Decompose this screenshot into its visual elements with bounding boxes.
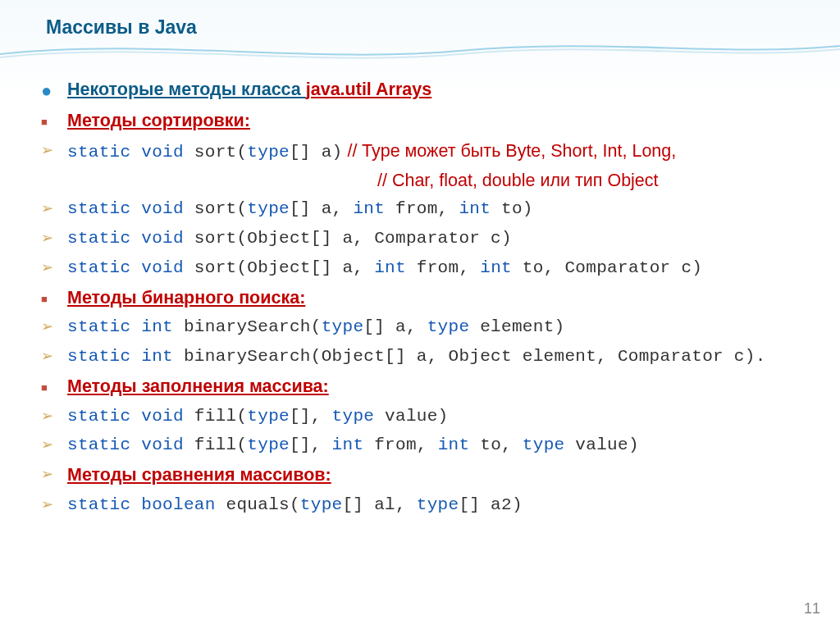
heading-prefix: Некоторые методы класса <box>67 80 306 99</box>
bullet-arrow-icon: ➢ <box>41 434 67 455</box>
page-number: 11 <box>804 600 820 618</box>
bullet-arrow-icon: ➢ <box>41 345 67 367</box>
cmp-method-1: ➢ static boolean equals(type[] al, type[… <box>41 494 804 517</box>
bsearch-heading: ■ Методы бинарного поиска: <box>41 286 804 310</box>
sort-method-4: ➢ static void sort(Object[] a, int from,… <box>41 257 804 280</box>
bullet-arrow-icon: ➢ <box>41 139 67 161</box>
decorative-wave <box>0 39 840 64</box>
fill-heading: ■ Методы заполнения массива: <box>41 375 804 399</box>
slide-title: Массивы в Java <box>46 16 197 39</box>
bsearch-heading-text: Методы бинарного поиска: <box>67 286 804 310</box>
sort-method-2: ➢ static void sort(type[] a, int from, i… <box>41 198 804 221</box>
bsearch-method-1: ➢ static int binarySearch(type[] a, type… <box>41 316 804 339</box>
bullet-arrow-icon: ➢ <box>41 405 67 426</box>
bullet-arrow-icon: ➢ <box>41 494 67 515</box>
fill-method-2: ➢ static void fill(type[], int from, int… <box>41 434 804 457</box>
cmp-heading-text: Методы сравнения массивов: <box>67 463 804 487</box>
bullet-square-icon: ■ <box>41 286 67 306</box>
sort1-comment-line2: // Char, float, double или тип Object <box>377 171 804 191</box>
bullet-disc-icon: ● <box>41 78 67 103</box>
bullet-arrow-icon: ➢ <box>41 463 67 485</box>
fill-method-1: ➢ static void fill(type[], type value) <box>41 405 804 428</box>
bullet-arrow-icon: ➢ <box>41 227 67 248</box>
bsearch-method-2: ➢ static int binarySearch(Object[] a, Ob… <box>41 345 804 368</box>
heading-red: java.util Arrays <box>306 80 431 99</box>
bullet-square-icon: ■ <box>41 375 67 394</box>
sort-method-1: ➢ static void sort(type[] a) // Type мож… <box>41 139 804 164</box>
bullet-square-icon: ■ <box>41 109 67 129</box>
sort-heading: ■ Методы сортировки: <box>41 109 804 133</box>
sort1-comment: // Type может быть Byte, Short, Int, Lon… <box>342 141 676 161</box>
main-heading: ● Некоторые методы класса java.util Arra… <box>41 78 804 103</box>
bullet-arrow-icon: ➢ <box>41 316 67 337</box>
sort-method-3: ➢ static void sort(Object[] a, Comparato… <box>41 227 804 250</box>
cmp-heading: ➢ Методы сравнения массивов: <box>41 463 804 487</box>
fill-heading-text: Методы заполнения массива: <box>67 375 804 399</box>
bullet-arrow-icon: ➢ <box>41 257 67 278</box>
sort-heading-text: Методы сортировки: <box>67 109 804 133</box>
bullet-arrow-icon: ➢ <box>41 198 67 219</box>
slide-content: ● Некоторые методы класса java.util Arra… <box>41 78 804 523</box>
